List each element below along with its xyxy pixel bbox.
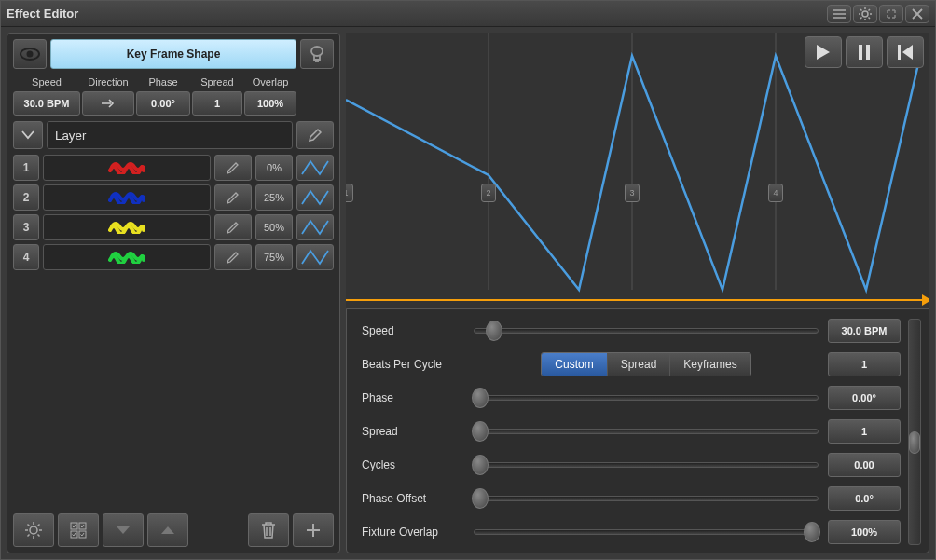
fixture-edit-1[interactable] xyxy=(214,155,252,181)
select-all-icon[interactable] xyxy=(58,513,99,547)
delete-button[interactable] xyxy=(248,513,289,547)
svg-point-4 xyxy=(30,526,37,534)
timeline-arrow xyxy=(346,299,929,301)
close-icon[interactable] xyxy=(905,5,929,23)
ctrl-phaseoffset-label: Phase Offset xyxy=(362,492,464,505)
fixture-num-4[interactable]: 4 xyxy=(13,244,39,270)
pause-button[interactable] xyxy=(846,36,883,68)
fixture-wave-3[interactable] xyxy=(296,214,334,240)
layer-expand-button[interactable] xyxy=(13,121,43,149)
move-up-button[interactable] xyxy=(147,513,188,547)
fixture-percent-4[interactable]: 75% xyxy=(255,244,293,270)
overlap-label: Overlap xyxy=(253,75,289,89)
add-button[interactable] xyxy=(293,513,334,547)
graph-area[interactable]: 1 2 3 4 xyxy=(346,33,929,308)
vertical-scrollbar[interactable] xyxy=(908,319,921,545)
phase-value[interactable]: 0.00° xyxy=(136,91,190,116)
layer-edit-button[interactable] xyxy=(296,121,334,149)
fixture-wave-4[interactable] xyxy=(296,244,334,270)
expand-icon[interactable] xyxy=(879,5,903,23)
fixture-wave-1[interactable] xyxy=(296,155,334,181)
seg-keyframes[interactable]: Keyframes xyxy=(670,353,750,376)
fixture-num-3[interactable]: 3 xyxy=(13,214,39,240)
speed-value[interactable]: 30.0 BPM xyxy=(13,91,80,116)
titlebar: Effect Editor xyxy=(1,1,935,27)
fixture-wave-2[interactable] xyxy=(296,184,334,211)
menu-icon[interactable] xyxy=(827,5,851,23)
ctrl-cycles-label: Cycles xyxy=(362,458,464,471)
ctrl-cycles-value[interactable]: 0.00 xyxy=(828,453,901,477)
fixture-num-1[interactable]: 1 xyxy=(13,155,39,181)
fixture-button[interactable] xyxy=(300,39,334,69)
svg-point-2 xyxy=(27,51,34,58)
window-title: Effect Editor xyxy=(7,7,827,20)
svg-point-3 xyxy=(311,47,323,56)
phase-slider[interactable] xyxy=(474,389,819,406)
play-button[interactable] xyxy=(805,36,842,68)
svg-rect-12 xyxy=(859,45,862,60)
bpc-segments: Custom Spread Keyframes xyxy=(541,352,750,376)
fixture-swatch-3[interactable] xyxy=(43,214,211,240)
overlap-slider[interactable] xyxy=(474,524,819,540)
controls-area: Speed 30.0 BPM Beats Per Cycle Custom Sp… xyxy=(346,308,929,553)
ctrl-overlap-label: Fixture Overlap xyxy=(362,526,464,539)
keyframe-marker-3[interactable]: 3 xyxy=(625,184,640,202)
ctrl-speed-value[interactable]: 30.0 BPM xyxy=(828,319,901,343)
fixture-percent-2[interactable]: 25% xyxy=(255,184,293,211)
svg-rect-14 xyxy=(898,45,901,60)
fixture-swatch-2[interactable] xyxy=(43,184,211,211)
fixture-num-2[interactable]: 2 xyxy=(13,184,39,211)
overlap-value[interactable]: 100% xyxy=(244,91,296,116)
ctrl-bpc-value[interactable]: 1 xyxy=(828,352,901,376)
ctrl-overlap-value[interactable]: 100% xyxy=(828,520,901,544)
brightness-icon[interactable] xyxy=(13,513,54,547)
rewind-button[interactable] xyxy=(887,36,924,68)
keyframe-marker-4[interactable]: 4 xyxy=(768,184,783,202)
fixture-edit-2[interactable] xyxy=(214,184,252,211)
svg-rect-13 xyxy=(866,45,870,60)
phase-offset-slider[interactable] xyxy=(474,490,819,507)
ctrl-bpc-label: Beats Per Cycle xyxy=(362,358,464,371)
ctrl-speed-label: Speed xyxy=(362,324,464,337)
seg-spread[interactable]: Spread xyxy=(608,353,671,376)
svg-point-0 xyxy=(862,11,868,17)
cycles-slider[interactable] xyxy=(474,457,819,473)
effect-editor-window: Effect Editor Key Frame Shape xyxy=(0,0,936,560)
phase-label: Phase xyxy=(148,75,177,89)
fixture-percent-3[interactable]: 50% xyxy=(255,214,293,240)
fixture-swatch-4[interactable] xyxy=(43,244,211,270)
fixture-swatch-1[interactable] xyxy=(43,155,211,181)
right-panel: 1 2 3 4 xyxy=(346,33,929,553)
spread-slider[interactable] xyxy=(474,423,819,440)
left-panel: Key Frame Shape Speed 30.0 BPM Direction xyxy=(7,33,340,553)
fixture-edit-3[interactable] xyxy=(214,214,252,240)
ctrl-phase-label: Phase xyxy=(362,391,464,404)
shape-name[interactable]: Key Frame Shape xyxy=(50,39,296,69)
spread-label: Spread xyxy=(200,75,233,89)
ctrl-spread-label: Spread xyxy=(362,425,464,438)
speed-slider[interactable] xyxy=(474,322,819,339)
fixture-edit-4[interactable] xyxy=(214,244,252,270)
ctrl-spread-value[interactable]: 1 xyxy=(828,419,901,444)
seg-custom[interactable]: Custom xyxy=(542,353,607,376)
direction-label: Direction xyxy=(88,75,128,89)
speed-label: Speed xyxy=(32,75,62,89)
spread-value[interactable]: 1 xyxy=(192,91,242,116)
fixture-percent-1[interactable]: 0% xyxy=(255,155,293,181)
keyframe-marker-1[interactable]: 1 xyxy=(346,184,353,202)
direction-value[interactable] xyxy=(82,91,134,116)
keyframe-marker-2[interactable]: 2 xyxy=(481,184,496,202)
ctrl-phaseoffset-value[interactable]: 0.0° xyxy=(828,486,901,511)
visibility-button[interactable] xyxy=(13,39,47,69)
move-down-button[interactable] xyxy=(103,513,144,547)
ctrl-phase-value[interactable]: 0.00° xyxy=(828,386,901,410)
layer-name-input[interactable] xyxy=(47,121,293,149)
gear-icon[interactable] xyxy=(853,5,877,23)
